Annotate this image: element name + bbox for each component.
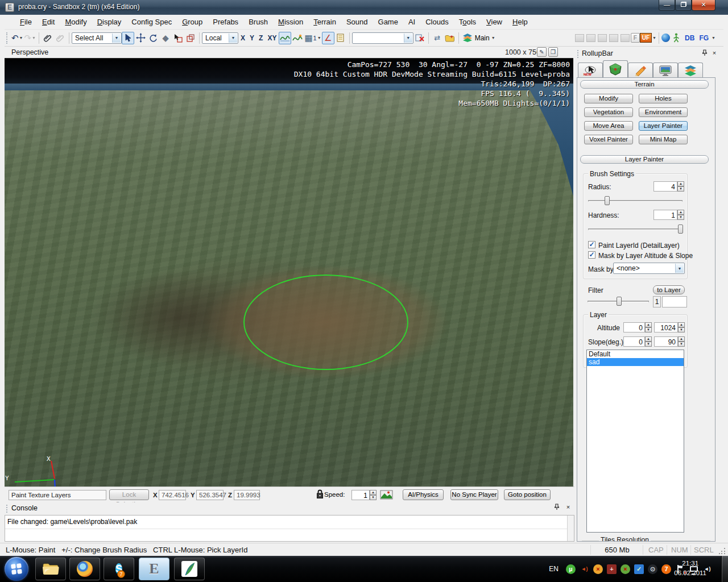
disabled-tool-icon[interactable] bbox=[598, 34, 607, 42]
antivirus-disabled-tray-icon[interactable]: × bbox=[621, 564, 630, 574]
close-button[interactable]: ✕ bbox=[692, 0, 715, 11]
radius-slider[interactable] bbox=[587, 196, 684, 206]
select-object-tool-button[interactable] bbox=[172, 32, 184, 44]
axis-z-button[interactable]: Z bbox=[257, 33, 265, 43]
select-area-tool-button[interactable] bbox=[184, 32, 197, 44]
named-selection-dropdown[interactable]: ▼ bbox=[352, 32, 413, 44]
slope-max-input[interactable]: 90 bbox=[654, 336, 678, 347]
hardness-spinner[interactable]: ▲▼ bbox=[677, 210, 684, 220]
raidcall-tray-icon[interactable]: + bbox=[607, 564, 617, 574]
goto-position-button[interactable]: Goto position bbox=[504, 489, 551, 500]
menu-file[interactable]: File bbox=[15, 15, 37, 28]
menu-view[interactable]: View bbox=[481, 15, 507, 28]
taskbar-explorer-button[interactable] bbox=[35, 558, 66, 580]
menu-sound[interactable]: Sound bbox=[341, 15, 373, 28]
paint-layerid-checkbox[interactable]: ✓ bbox=[588, 241, 595, 248]
axis-xy-button[interactable]: XY bbox=[265, 33, 279, 43]
lock-selection-button[interactable]: Lock Selection bbox=[109, 489, 149, 500]
layers-icon[interactable] bbox=[461, 32, 474, 44]
lock-icon[interactable] bbox=[316, 489, 324, 499]
console-panel-icon[interactable] bbox=[334, 32, 347, 44]
coord-space-dropdown[interactable]: Local▼ bbox=[202, 32, 238, 44]
radius-input[interactable]: 4 bbox=[653, 181, 677, 192]
dropbox-tray-icon[interactable]: ✓ bbox=[634, 564, 644, 574]
close-icon[interactable]: × bbox=[710, 49, 718, 57]
slope-min-spinner[interactable]: ▲▼ bbox=[645, 336, 652, 347]
to-layer-button[interactable]: to Layer bbox=[653, 285, 685, 294]
mask-by-dropdown[interactable]: <none>▼ bbox=[613, 263, 685, 274]
angle-snap-button[interactable]: ∠ bbox=[322, 32, 334, 44]
flowgraph-disabled-button[interactable]: F bbox=[631, 33, 640, 43]
uf-editor-button[interactable]: UF bbox=[640, 33, 652, 43]
grid-snap-button[interactable]: ▦1▼ bbox=[304, 32, 321, 44]
layer-dropdown-caret[interactable]: ▼ bbox=[491, 36, 495, 40]
terrain-button-layer-painter[interactable]: Layer Painter bbox=[639, 121, 688, 131]
console-log[interactable]: File changed: game\Levels\proba\level.pa… bbox=[5, 515, 574, 542]
console-scrollbar[interactable] bbox=[567, 516, 574, 541]
resize-grip[interactable] bbox=[719, 547, 726, 554]
link-icon[interactable] bbox=[42, 32, 54, 44]
slope-max-spinner[interactable]: ▲▼ bbox=[678, 336, 685, 347]
terrain-collision-icon[interactable] bbox=[380, 490, 393, 500]
terrain-button-mini-map[interactable]: Mini Map bbox=[639, 135, 688, 144]
layer-list-item-sad[interactable]: sad bbox=[587, 358, 684, 366]
menu-brush[interactable]: Brush bbox=[243, 15, 273, 28]
unlink-icon[interactable] bbox=[54, 32, 67, 44]
character-editor-icon[interactable] bbox=[670, 32, 682, 44]
terrain-button-modify[interactable]: Modify bbox=[584, 94, 633, 103]
delete-selection-icon[interactable] bbox=[413, 32, 426, 44]
tab-objects[interactable]: NEW bbox=[578, 63, 603, 77]
taskbar-skype-button[interactable]: S 7 bbox=[104, 558, 134, 580]
volume-muted-red-tray-icon[interactable]: ◄) bbox=[580, 564, 589, 574]
slope-min-input[interactable]: 0 bbox=[623, 336, 645, 347]
export-selection-icon[interactable] bbox=[444, 32, 456, 44]
altitude-max-spinner[interactable]: ▲▼ bbox=[678, 322, 685, 332]
scale-tool-button[interactable]: ◆ bbox=[159, 32, 172, 44]
disabled-tool-icon[interactable] bbox=[621, 34, 630, 42]
show-desktop-button[interactable] bbox=[721, 556, 728, 582]
hardness-input[interactable]: 1 bbox=[653, 210, 677, 220]
panel-grip[interactable] bbox=[6, 505, 7, 513]
terrain-button-holes[interactable]: Holes bbox=[639, 94, 688, 103]
tab-modelling[interactable] bbox=[628, 63, 653, 77]
viewport-layout-icon[interactable]: ✎ bbox=[537, 47, 547, 57]
disabled-tool-icon[interactable] bbox=[586, 34, 595, 42]
updater-warning-tray-icon[interactable]: × bbox=[593, 564, 603, 574]
select-tool-button[interactable] bbox=[122, 32, 134, 44]
viewport-canvas[interactable]: CamPos=727 530 30 Angl=-27 0 -97 ZN=0.25… bbox=[5, 58, 573, 487]
menu-clouds[interactable]: Clouds bbox=[420, 15, 453, 28]
panel-grip[interactable] bbox=[577, 50, 578, 58]
speed-spinner[interactable]: ▲▼ bbox=[370, 490, 377, 500]
minimize-button[interactable]: — bbox=[659, 0, 675, 11]
taskbar-firefox-button[interactable] bbox=[69, 558, 100, 580]
menu-help[interactable]: Help bbox=[507, 15, 533, 28]
menu-config-spec[interactable]: Config Spec bbox=[126, 15, 177, 28]
maximize-button[interactable] bbox=[675, 0, 692, 11]
disabled-tool-icon[interactable] bbox=[575, 34, 584, 42]
database-view-button[interactable]: DB bbox=[682, 33, 697, 43]
terrain-button-environment[interactable]: Environment bbox=[639, 107, 688, 117]
tab-layers[interactable] bbox=[678, 63, 703, 77]
altitude-max-input[interactable]: 1024 bbox=[654, 322, 678, 332]
taskbar-photoshop-button[interactable] bbox=[174, 558, 205, 580]
menu-modify[interactable]: Modify bbox=[60, 15, 92, 28]
layer-painter-rollup-header[interactable]: Layer Painter bbox=[580, 155, 709, 164]
select-mode-dropdown[interactable]: Select All▼ bbox=[72, 32, 122, 44]
utorrent-tray-icon[interactable]: µ bbox=[566, 564, 576, 574]
layer-list-item-default[interactable]: Default bbox=[587, 350, 684, 358]
material-editor-icon[interactable] bbox=[661, 34, 670, 42]
terrain-button-vegetation[interactable]: Vegetation bbox=[584, 107, 633, 117]
move-tool-button[interactable] bbox=[134, 32, 147, 44]
viewport-mode-label[interactable]: Perspective bbox=[11, 48, 48, 56]
language-indicator[interactable]: EN bbox=[549, 565, 559, 573]
pin-icon[interactable] bbox=[554, 504, 562, 512]
menu-display[interactable]: Display bbox=[92, 15, 127, 28]
axis-y-button[interactable]: Y bbox=[247, 33, 257, 43]
mask-altitude-checkbox[interactable]: ✓ bbox=[588, 251, 595, 259]
ai-physics-button[interactable]: AI/Physics bbox=[403, 489, 444, 500]
skype-notification-tray-icon[interactable]: 7 bbox=[661, 564, 671, 574]
menu-prefabs[interactable]: Prefabs bbox=[208, 15, 243, 28]
start-button[interactable] bbox=[5, 557, 28, 581]
hardness-slider[interactable] bbox=[587, 224, 684, 234]
terrain-rollup-header[interactable]: Terrain bbox=[580, 80, 709, 89]
